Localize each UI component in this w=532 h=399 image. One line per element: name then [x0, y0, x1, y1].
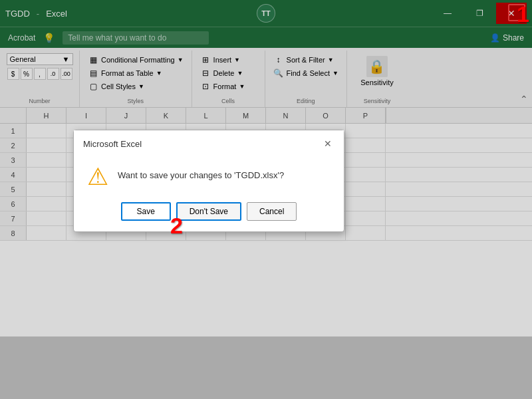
warning-icon: ⚠ — [87, 165, 108, 189]
annotation-2: 2 — [170, 213, 183, 239]
dont-save-button[interactable]: Don't Save — [176, 202, 241, 221]
dialog-buttons: Save Don't Save Cancel — [74, 202, 344, 231]
save-button[interactable]: Save — [121, 202, 171, 221]
annotation-1: 1 — [517, 1, 529, 27]
save-dialog: Microsoft Excel ✕ ⚠ Want to save your ch… — [73, 130, 344, 232]
dialog-message: Want to save your changes to 'TGDD.xlsx'… — [118, 165, 284, 182]
dialog-content: ⚠ Want to save your changes to 'TGDD.xls… — [74, 154, 344, 202]
dialog-titlebar: Microsoft Excel ✕ — [74, 130, 344, 154]
cancel-button[interactable]: Cancel — [247, 202, 297, 221]
dialog-close-button[interactable]: ✕ — [321, 137, 334, 150]
dialog-title: Microsoft Excel — [83, 139, 142, 149]
dialog-overlay: Microsoft Excel ✕ ⚠ Want to save your ch… — [0, 0, 532, 399]
